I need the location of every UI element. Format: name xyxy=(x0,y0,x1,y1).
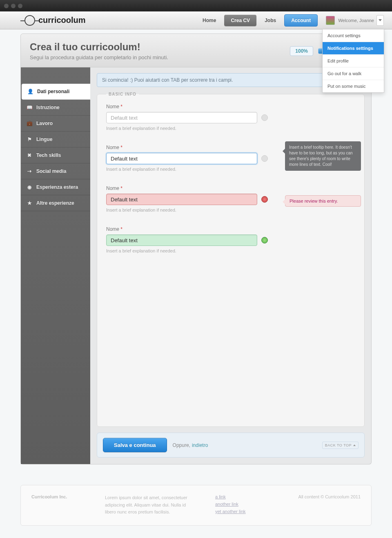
sidebar-item-label: Esperienza estera xyxy=(36,184,78,190)
sidebar-item-label: Istruzione xyxy=(36,105,60,110)
field-nome-default: Nome * Insert a brief explanation if nee… xyxy=(106,104,355,131)
back-to-top-button[interactable]: BACK TO TOP xyxy=(322,442,359,449)
share-icon: ⇢ xyxy=(27,168,32,174)
window-title-bar xyxy=(0,0,392,11)
flag-icon: ⚑ xyxy=(27,136,32,142)
form-content: Si comincia! :) Puoi aiutarti con TAB pe… xyxy=(90,67,371,464)
user-icon: 👤 xyxy=(27,89,33,94)
page-header: Crea il tuo curricoolum! Segui la proced… xyxy=(20,33,372,67)
required-mark: * xyxy=(120,226,122,232)
or-text: Oppure, xyxy=(173,442,190,448)
dropdown-item-walk[interactable]: Go out for a walk xyxy=(323,67,384,80)
field-label: Nome * xyxy=(106,185,355,191)
required-mark: * xyxy=(120,145,122,150)
fieldset-legend: BASIC INFO xyxy=(106,92,139,96)
star-icon: ★ xyxy=(27,200,32,206)
sidebar-item-label: Altre esperienze xyxy=(36,200,74,206)
sidebar-item-label: Lingue xyxy=(36,136,52,142)
sidebar-item-dati-personali[interactable]: 👤Dati personali xyxy=(22,84,90,100)
footer-company: Curricoolum Inc. xyxy=(31,494,80,516)
user-menu: Welcome, Joanne Account settings Notific… xyxy=(326,15,384,26)
globe-icon: ◉ xyxy=(27,184,32,190)
sidebar-item-altre-esperienze[interactable]: ★Altre esperienze xyxy=(21,195,90,211)
book-icon: 📖 xyxy=(27,105,32,110)
status-neutral-icon xyxy=(261,114,268,121)
user-menu-toggle[interactable] xyxy=(376,15,384,26)
avatar[interactable] xyxy=(326,16,335,25)
field-nome-success: Nome * Insert a brief explanation if nee… xyxy=(106,226,355,253)
briefcase-icon: 💼 xyxy=(27,121,32,126)
save-continue-button[interactable]: Salva e continua xyxy=(103,438,167,452)
nav-home[interactable]: Home xyxy=(196,15,223,26)
page-footer: Curricoolum Inc. Lorem ipsum dolor sit a… xyxy=(20,485,372,526)
user-dropdown: Account settings Notifications settings … xyxy=(322,29,384,93)
field-nome-error: Nome * Insert a brief explanation if nee… xyxy=(106,185,355,212)
page-subtitle: Segui la procedura guidata per completar… xyxy=(30,54,168,60)
nome-input-error[interactable] xyxy=(106,194,257,205)
basic-info-fieldset: BASIC INFO Nome * Insert a brief explana… xyxy=(97,92,365,427)
nav-jobs[interactable]: Jobs xyxy=(258,15,283,26)
error-message: Please review this entry. xyxy=(285,195,361,207)
brand-name: curricoolum xyxy=(38,16,86,25)
status-neutral-icon xyxy=(261,155,268,162)
field-label: Nome * xyxy=(106,104,355,109)
dropdown-item-account-settings[interactable]: Account settings xyxy=(323,29,384,42)
nome-input-success[interactable] xyxy=(106,234,257,246)
sidebar-item-tech-skills[interactable]: ✖Tech skills xyxy=(21,147,90,163)
back-link[interactable]: indietro xyxy=(192,442,208,448)
footer-link[interactable]: a link xyxy=(215,494,246,499)
status-error-icon xyxy=(261,196,268,203)
field-hint: Insert a brief explanation if needed. xyxy=(106,126,355,131)
nav-create-cv[interactable]: Crea CV xyxy=(224,15,256,26)
field-hint: Insert a brief explanation if needed. xyxy=(106,208,355,212)
sidebar-item-esperienza-estera[interactable]: ◉Esperienza estera xyxy=(21,179,90,195)
status-ok-icon xyxy=(261,237,268,243)
required-mark: * xyxy=(120,185,122,191)
dropdown-item-music[interactable]: Put on some music xyxy=(323,80,384,92)
window-close-icon[interactable] xyxy=(4,4,9,8)
top-navigation: curricoolum Home Crea CV Jobs Account We… xyxy=(0,11,392,29)
sidebar-item-social-media[interactable]: ⇢Social media xyxy=(21,163,90,179)
sidebar-item-istruzione[interactable]: 📖Istruzione xyxy=(21,100,90,116)
tools-icon: ✖ xyxy=(27,152,32,158)
footer-link[interactable]: yet another link xyxy=(215,509,246,514)
primary-nav: Home Crea CV Jobs Account xyxy=(196,14,318,27)
nome-input[interactable] xyxy=(106,112,257,123)
form-action-bar: Salva e continua Oppure, indietro BACK T… xyxy=(97,433,365,458)
sidebar-item-lavoro[interactable]: 💼Lavoro xyxy=(21,116,90,132)
wizard-sidebar: 👤Dati personali 📖Istruzione 💼Lavoro ⚑Lin… xyxy=(21,67,90,464)
sidebar-item-label: Social media xyxy=(36,168,66,174)
progress-percent: 100% xyxy=(290,46,313,56)
welcome-text: Welcome, Joanne xyxy=(338,18,374,23)
required-mark: * xyxy=(120,104,122,109)
footer-links: a link another link yet another link xyxy=(215,494,246,516)
sidebar-item-label: Lavoro xyxy=(36,121,53,126)
window-max-icon[interactable] xyxy=(18,4,22,8)
chevron-up-icon xyxy=(353,444,356,446)
sidebar-item-label: Dati personali xyxy=(37,89,69,94)
brand-logo-area[interactable]: curricoolum xyxy=(24,15,86,26)
chevron-down-icon xyxy=(379,19,382,21)
logo-icon xyxy=(24,15,35,26)
dropdown-item-notifications[interactable]: Notifications settings xyxy=(323,42,384,55)
nome-input-focused[interactable] xyxy=(106,153,257,164)
field-nome-focused: Nome * Insert a brief explanation if nee… xyxy=(106,145,355,172)
nav-account[interactable]: Account xyxy=(284,14,318,27)
field-tooltip: Insert a brief tooltip here. It doesn't … xyxy=(285,141,361,171)
sidebar-item-label: Tech skills xyxy=(36,152,61,158)
footer-link[interactable]: another link xyxy=(215,502,246,507)
page-title: Crea il tuo curricoolum! xyxy=(30,41,168,53)
footer-copyright: All content © Curricoolum 2011 xyxy=(298,494,361,516)
window-min-icon[interactable] xyxy=(11,4,16,8)
field-hint: Insert a brief explanation if needed. xyxy=(106,248,355,253)
sidebar-item-lingue[interactable]: ⚑Lingue xyxy=(21,132,90,147)
footer-blurb: Lorem ipsum dolor sit amet, consectetuer… xyxy=(105,494,191,516)
dropdown-item-edit-profile[interactable]: Edit profile xyxy=(323,55,384,67)
field-label: Nome * xyxy=(106,226,355,232)
